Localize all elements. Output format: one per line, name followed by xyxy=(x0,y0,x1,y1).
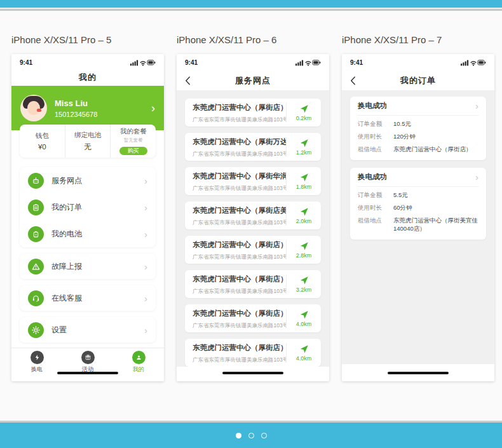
order-row-value: 东莞虎门运营中心（厚街美宜佳140040店） xyxy=(393,217,478,233)
chevron-right-icon: › xyxy=(144,294,147,303)
station-card[interactable]: 东莞虎门运营中心（厚街店） 广东省东莞市厚街镇珊美康乐南路103号 4.0km xyxy=(185,339,321,367)
pagination-dot[interactable] xyxy=(248,433,254,438)
frame-title-6: iPhone X/XS/11 Pro – 6 xyxy=(177,34,276,45)
order-row-value: 东莞虎门运营中心（厚街店） xyxy=(393,146,472,154)
order-list-scroll[interactable]: 换电成功 › 订单金额 10.5元 使用时长 120分钟 租借地点 东莞虎门运营… xyxy=(342,90,494,364)
station-card[interactable]: 东莞虎门运营中心（厚街万达店） 广东省东莞市厚街镇珊美康乐南路103号 1.2k… xyxy=(185,133,321,161)
navigate-button[interactable]: 4.0km xyxy=(286,343,321,362)
menu-item-label: 在线客服 xyxy=(51,293,144,304)
navigate-button[interactable]: 2.0km xyxy=(286,206,321,225)
top-accent-bar xyxy=(0,0,502,8)
pagination-dot-active[interactable] xyxy=(236,433,241,438)
tab-bar: 换电 活动 我的 xyxy=(11,348,164,374)
menu-card-fault-report[interactable]: 故障上报 › xyxy=(20,254,156,279)
menu-card-settings[interactable]: 设置 › xyxy=(20,317,156,343)
navigate-button[interactable]: 3.2km xyxy=(286,275,321,294)
order-row-value: 10.5元 xyxy=(393,120,411,128)
station-card[interactable]: 东莞虎门运营中心（厚街店美宜佳1400 广东省东莞市厚街镇珊美康乐南路103号 … xyxy=(185,201,321,229)
menu-card-online-service[interactable]: 在线客服 › xyxy=(20,285,156,311)
home-indicator[interactable] xyxy=(388,372,449,374)
tab-mine[interactable]: 我的 xyxy=(119,351,158,374)
station-card[interactable]: 东莞虎门运营中心（厚街店） 广东省东莞市厚街镇珊美康乐南路103号 0.2km xyxy=(185,98,321,126)
back-button[interactable] xyxy=(185,76,191,85)
location-arrow-icon xyxy=(299,310,309,320)
order-card[interactable]: 换电成功 › 订单金额 5.5元 使用时长 60分钟 租借地点 东莞虎门运营中心… xyxy=(350,168,486,240)
battery-bind-label: 绑定电池 xyxy=(74,131,101,140)
menu-item-label: 设置 xyxy=(51,325,144,336)
profile-header[interactable]: Miss Liu 15012345678 › xyxy=(11,86,164,130)
station-card[interactable]: 东莞虎门运营中心（厚街华润万家店） 广东省东莞市厚街镇珊美康乐南路103号 1.… xyxy=(185,167,321,195)
chevron-right-icon: › xyxy=(144,176,147,186)
status-time: 9:41 xyxy=(350,59,363,66)
station-address: 广东省东莞市厚街镇珊美康乐南路103号 xyxy=(193,288,286,295)
navigate-button[interactable]: 2.8km xyxy=(286,240,321,259)
location-arrow-icon xyxy=(299,241,309,251)
navigate-button[interactable]: 1.8km xyxy=(286,172,321,191)
status-icons xyxy=(295,59,321,66)
tab-activity[interactable]: 活动 xyxy=(69,351,107,374)
wallet-card: 钱包 ¥0 绑定电池 无 我的套餐 暂无套餐 购买 xyxy=(20,125,156,158)
station-card[interactable]: 东莞虎门运营中心（厚街店） 广东省东莞市厚街镇珊美康乐南路103号 4.0km xyxy=(185,304,321,332)
order-card[interactable]: 换电成功 › 订单金额 10.5元 使用时长 120分钟 租借地点 东莞虎门运营… xyxy=(350,97,486,160)
status-bar: 9:41 xyxy=(11,54,164,69)
menu-item-my-battery[interactable]: 我的电池 › xyxy=(20,221,156,247)
navigate-button[interactable]: 4.0km xyxy=(286,309,321,328)
avatar-face xyxy=(27,101,40,115)
menu-item-label: 服务网点 xyxy=(51,175,144,186)
tab-label: 我的 xyxy=(133,365,144,374)
nav-bar: 我的 xyxy=(11,69,164,86)
battery-icon xyxy=(28,226,44,242)
phone-frame-5: 9:41 我的 Miss xyxy=(11,54,164,381)
station-distance: 4.0km xyxy=(296,321,312,327)
status-bar: 9:41 xyxy=(342,54,494,69)
navigate-button[interactable]: 0.2km xyxy=(286,103,321,122)
back-chevron-icon xyxy=(185,76,191,85)
location-arrow-icon xyxy=(299,139,309,148)
frame-title-5: iPhone X/XS/11 Pro – 5 xyxy=(11,34,111,45)
pagination-dot[interactable] xyxy=(261,433,267,438)
navigate-button[interactable]: 1.2km xyxy=(286,137,321,156)
station-distance: 3.2km xyxy=(296,287,312,293)
station-address: 广东省东莞市厚街镇珊美康乐南路103号 xyxy=(193,322,286,330)
location-arrow-icon xyxy=(299,207,309,217)
station-address: 广东省东莞市厚街镇珊美康乐南路103号 xyxy=(193,356,286,364)
station-card[interactable]: 东莞虎门运营中心（厚街店） 广东省东莞市厚街镇珊美康乐南路103号 2.8km xyxy=(185,236,321,264)
order-status: 换电成功 xyxy=(358,101,387,111)
station-distance: 2.8km xyxy=(296,252,312,259)
clipboard-icon xyxy=(28,200,44,215)
station-list-scroll[interactable]: 东莞虎门运营中心（厚街店） 广东省东莞市厚街镇珊美康乐南路103号 0.2km … xyxy=(177,90,329,367)
buy-button[interactable]: 购买 xyxy=(119,147,147,155)
chevron-right-icon[interactable]: › xyxy=(475,172,478,182)
menu-item-my-orders[interactable]: 我的订单 › xyxy=(20,194,156,221)
page-title: 我的 xyxy=(79,72,97,83)
station-address: 广东省东莞市厚街镇珊美康乐南路103号 xyxy=(193,185,286,193)
chevron-right-icon: › xyxy=(144,325,147,335)
location-arrow-icon xyxy=(299,276,309,285)
home-indicator[interactable] xyxy=(57,372,118,374)
tab-battery-swap[interactable]: 换电 xyxy=(18,351,56,374)
station-name: 东莞虎门运营中心（厚街万达店） xyxy=(193,137,286,147)
wallet-col[interactable]: 钱包 ¥0 xyxy=(20,125,65,158)
chevron-right-icon[interactable]: › xyxy=(151,102,155,114)
station-distance: 0.2km xyxy=(296,115,312,121)
user-name: Miss Liu xyxy=(55,98,151,108)
location-arrow-icon xyxy=(299,344,309,354)
station-address: 广东省东莞市厚街镇珊美康乐南路103号 xyxy=(193,116,286,124)
station-name: 东莞虎门运营中心（厚街店） xyxy=(193,103,286,112)
phone-frame-6: 9:41 服务网点 xyxy=(177,54,329,381)
chevron-right-icon[interactable]: › xyxy=(475,101,478,111)
station-card[interactable]: 东莞虎门运营中心（厚街店） 广东省东莞市厚街镇珊美康乐南路103号 3.2km xyxy=(185,270,321,298)
back-button[interactable] xyxy=(350,76,356,85)
station-name: 东莞虎门运营中心（厚街店） xyxy=(193,309,286,318)
avatar[interactable] xyxy=(20,95,47,121)
home-indicator[interactable] xyxy=(222,372,283,374)
menu-item-service-network[interactable]: 服务网点 › xyxy=(20,167,156,194)
nav-bar: 服务网点 xyxy=(177,69,329,92)
station-name: 东莞虎门运营中心（厚街店） xyxy=(193,343,286,353)
chevron-right-icon: › xyxy=(144,229,147,239)
menu-item-label: 我的订单 xyxy=(51,202,144,213)
station-address: 广东省东莞市厚街镇珊美康乐南路103号 xyxy=(193,151,286,158)
battery-bind-col[interactable]: 绑定电池 无 xyxy=(65,125,111,158)
order-row-label: 使用时长 xyxy=(358,133,393,141)
frame-title-7: iPhone X/XS/11 Pro – 7 xyxy=(342,34,442,45)
